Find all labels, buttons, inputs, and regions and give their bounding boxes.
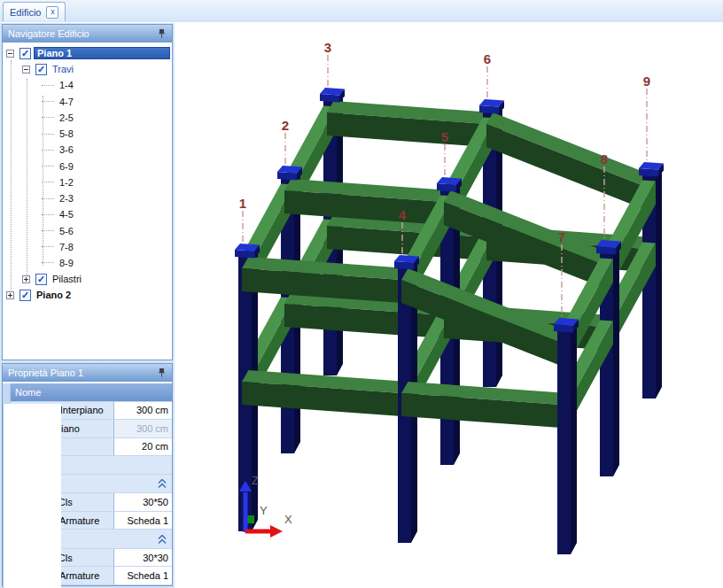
tree-item-5-6[interactable]: 5-6	[3, 223, 172, 238]
node-cap-7[interactable]	[554, 324, 573, 333]
tree-item-travi[interactable]: ✓Travi	[3, 62, 172, 77]
tree-item-piano-2[interactable]: ✓Piano 2	[3, 288, 172, 303]
tree-connector-line	[42, 214, 54, 215]
properties-header: Proprietà Piano 1	[3, 364, 172, 383]
axis-label-z: Z	[252, 474, 259, 487]
tab-close-icon[interactable]: x	[46, 6, 58, 19]
node-cap-9[interactable]	[639, 168, 658, 177]
tree-item-label: 4-7	[57, 96, 76, 108]
node-cap-8[interactable]	[596, 246, 616, 255]
tree-item-2-3[interactable]: 2-3	[3, 191, 172, 206]
property-value[interactable]: Cls C25/30…	[3, 404, 61, 588]
expand-icon[interactable]	[6, 291, 14, 299]
tree-connector-line	[42, 198, 54, 199]
checkbox[interactable]: ✓	[19, 290, 31, 301]
node-cap-2[interactable]	[277, 172, 297, 181]
column-9[interactable]	[656, 164, 662, 398]
node-number-4: 4	[399, 207, 407, 222]
node-cap-6[interactable]	[479, 105, 499, 114]
tree-item-label: 5-6	[57, 225, 76, 237]
tree-connector-line	[42, 117, 54, 118]
node-cap-3[interactable]	[320, 94, 339, 103]
tree-connector-line	[42, 230, 54, 231]
tree: ✓Piano 1✓Travi1-44-72-55-83-66-91-22-34-…	[3, 43, 172, 360]
tree-item-7-8[interactable]: 7-8	[3, 239, 172, 254]
navigator-header: Navigatore Edificio	[3, 25, 172, 43]
tree-item-4-5[interactable]: 4-5	[3, 207, 172, 222]
tree-item-2-5[interactable]: 2-5	[3, 110, 172, 125]
tree-item-pilastri[interactable]: ✓Pilastri	[3, 272, 172, 287]
tree-item-label: 6-9	[57, 160, 76, 173]
dock-left: Navigatore Edificio ✓Piano 1✓Travi1-44-7…	[0, 22, 175, 588]
tree-item-4-7[interactable]: 4-7	[3, 94, 172, 109]
tab-label: Edificio	[10, 7, 41, 18]
collapse-icon[interactable]	[6, 50, 14, 58]
axis-label-x: X	[284, 513, 292, 526]
checkbox[interactable]: ✓	[35, 64, 47, 75]
node-cap-5[interactable]	[437, 183, 456, 192]
tree-item-label: 5-8	[57, 128, 76, 140]
tree-item-label: 2-3	[57, 192, 76, 205]
tree-item-label: 2-5	[57, 112, 76, 124]
node-number-1: 1	[239, 196, 246, 211]
tree-connector-line	[42, 182, 54, 182]
properties-title: Proprietà Piano 1	[8, 368, 83, 378]
navigator-panel: Navigatore Edificio ✓Piano 1✓Travi1-44-7…	[2, 24, 173, 360]
property-value[interactable]: 300 cm	[113, 402, 172, 421]
property-value[interactable]: 30*30	[113, 549, 172, 568]
property-row-materiale: MaterialeCls C25/30…	[3, 456, 172, 475]
tree-item-label: 4-5	[57, 208, 76, 220]
checkbox[interactable]: ✓	[35, 274, 47, 285]
node-number-7: 7	[558, 229, 565, 244]
tree-item-label: Travi	[50, 63, 76, 75]
tree-connector-line	[42, 134, 54, 135]
pin-icon[interactable]	[157, 28, 167, 39]
column-7[interactable]	[571, 320, 577, 554]
property-label: Nome	[11, 383, 172, 402]
pin-icon[interactable]	[157, 368, 167, 378]
tree-item-label: 1-4	[57, 79, 76, 91]
column-7[interactable]	[557, 331, 571, 554]
tree-item-label: Pilastri	[50, 273, 84, 285]
tree-item-label: 7-8	[57, 241, 76, 253]
navigator-title: Navigatore Edificio	[8, 28, 89, 39]
tree-item-label: Piano 2	[34, 289, 74, 301]
collapse-icon[interactable]	[22, 66, 30, 74]
property-value[interactable]: Scheda 1	[113, 567, 172, 585]
tree-connector-line	[42, 150, 54, 151]
property-value[interactable]: Scheda 1	[113, 512, 172, 530]
tree-item-6-9[interactable]: 6-9	[3, 159, 172, 174]
tree-connector-line	[42, 166, 54, 166]
tree-connector-line	[42, 85, 54, 86]
property-value[interactable]: 30*50	[113, 493, 172, 512]
properties-panel: Proprietà Piano 1 NomePiano 1Altezza di …	[2, 363, 173, 586]
node-cap-4[interactable]	[394, 261, 414, 270]
tree-item-3-6[interactable]: 3-6	[3, 143, 172, 158]
column-8[interactable]	[613, 242, 619, 476]
property-value[interactable]: 20 cm	[113, 438, 172, 457]
tab-edificio[interactable]: Edificio x	[3, 2, 66, 21]
collapse-group-icon[interactable]	[158, 479, 167, 488]
collapse-group-icon[interactable]	[158, 535, 167, 544]
tree-item-1-4[interactable]: 1-4	[3, 78, 172, 93]
axis-label-y: Y	[260, 504, 268, 517]
tree-item-5-8[interactable]: 5-8	[3, 127, 172, 142]
node-number-2: 2	[282, 118, 289, 133]
tab-bar: Edificio x	[0, 0, 723, 23]
row-gutter	[3, 383, 11, 402]
tree-item-1-2[interactable]: 1-2	[3, 174, 172, 190]
node-cap-1[interactable]	[235, 250, 254, 259]
property-row-nome: NomePiano 1	[3, 383, 172, 402]
node-number-6: 6	[484, 51, 491, 66]
property-grid: NomePiano 1Altezza di Interpiano300 cmQu…	[3, 382, 172, 585]
tree-connector-line	[42, 246, 54, 247]
expand-icon[interactable]	[22, 275, 30, 283]
node-number-5: 5	[441, 129, 448, 144]
tree-item-piano-1[interactable]: ✓Piano 1	[3, 46, 172, 61]
tree-item-8-9[interactable]: 8-9	[3, 255, 172, 270]
checkbox[interactable]: ✓	[19, 48, 31, 59]
property-value[interactable]: 300 cm	[113, 420, 172, 438]
node-number-9: 9	[643, 74, 650, 89]
tree-item-label: 3-6	[57, 143, 76, 156]
tree-item-label: 1-2	[57, 176, 76, 189]
